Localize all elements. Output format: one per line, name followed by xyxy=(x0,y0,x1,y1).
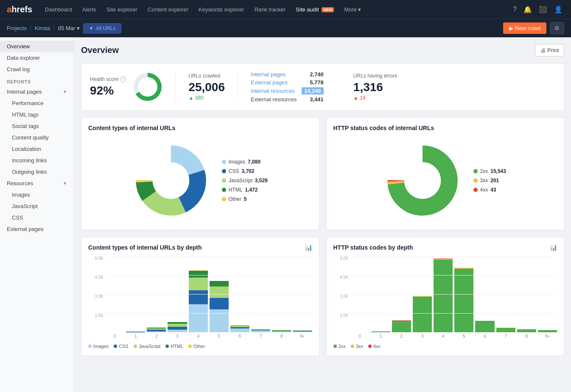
content-types-donut-title: Content types of internal URLs xyxy=(88,125,312,131)
errors-value: 1,316 xyxy=(353,81,397,94)
health-score-block: Health score ? 92% xyxy=(90,72,176,102)
content-types-bar-chart: 6.0K 4.5K 3.0K 1.5K xyxy=(88,256,312,339)
2xx-bar-color xyxy=(333,345,337,348)
logo: ahrefs xyxy=(7,5,32,14)
sidebar-item-incoming-links[interactable]: Incoming links xyxy=(0,155,74,166)
nav-keywords-explorer[interactable]: Keywords explorer xyxy=(194,4,249,15)
content-types-bar-card: Content types of internal URLs by depth … xyxy=(81,237,319,356)
legend-images: Images 7,080 xyxy=(222,159,268,165)
user-icon[interactable]: 👤 xyxy=(552,4,564,15)
breadcrumb: Projects / Kinsta / 05 Mar ▾ xyxy=(7,25,80,31)
x-axis-content: 0123456789+ xyxy=(105,334,312,339)
http-status-donut-card: HTTP status codes of internal URLs xyxy=(326,117,565,230)
bar-group-3 xyxy=(168,322,187,332)
svg-point-8 xyxy=(153,162,189,199)
svg-point-12 xyxy=(404,162,440,199)
external-resources-row: External resources 3,441 xyxy=(251,95,324,103)
internal-pages-value: 2,740 xyxy=(310,71,324,78)
sidebar-item-social-tags[interactable]: Social tags xyxy=(0,120,74,132)
sidebar-item-css[interactable]: CSS xyxy=(0,212,74,223)
css-bar-color xyxy=(114,345,117,348)
nav-site-explorer[interactable]: Site explorer xyxy=(102,4,142,15)
nav-content-explorer[interactable]: Content explorer xyxy=(143,4,193,15)
bar-group-6 xyxy=(230,325,249,332)
http-status-bar-legend: 2xx 3xx 4xx xyxy=(333,344,557,349)
main-content: Overview 🖨 Print Health score ? 92% xyxy=(74,37,571,392)
3xx-color xyxy=(473,178,478,183)
content-types-donut-card: Content types of internal URLs xyxy=(81,117,319,230)
nav-dashboard[interactable]: Dashboard xyxy=(41,4,76,15)
sidebar-item-html-tags[interactable]: HTML tags xyxy=(0,109,74,120)
nav-more[interactable]: More ▾ xyxy=(340,4,365,15)
http-bar-group-3 xyxy=(413,296,432,332)
errors-label: URLs having errors xyxy=(353,73,397,79)
nav-rank-tracker[interactable]: Rank tracker xyxy=(250,4,290,15)
notifications-icon[interactable]: 🔔 xyxy=(522,4,534,15)
health-score-label: Health score ? xyxy=(90,76,126,82)
sidebar-item-crawl-log[interactable]: Crawl log xyxy=(0,64,74,75)
screen-icon[interactable]: ⬛ xyxy=(537,4,549,15)
settings-button[interactable]: ⚙ xyxy=(550,22,564,34)
sidebar-item-javascript[interactable]: JavaScript xyxy=(0,200,74,212)
new-crawl-button[interactable]: ▶ New crawl xyxy=(503,22,546,34)
sidebar-item-localization[interactable]: Localization xyxy=(0,143,74,155)
expand-chart-icon[interactable]: 📊 xyxy=(305,244,312,251)
page-title: Overview xyxy=(81,45,119,55)
urls-crawled-label: URLs crawled xyxy=(188,73,225,79)
date-dropdown[interactable]: 05 Mar ▾ xyxy=(58,25,80,31)
stats-row: Health score ? 92% URLs crawled 25,006 ▲… xyxy=(81,63,564,111)
expand-http-chart-icon[interactable]: 📊 xyxy=(550,244,557,251)
http-status-donut-container: 2xx 15,543 3xx 201 4xx 43 xyxy=(333,138,557,223)
sidebar-item-resources[interactable]: Resources ▼ xyxy=(0,178,74,189)
print-button[interactable]: 🖨 Print xyxy=(535,44,564,56)
css-color xyxy=(222,169,226,173)
sidebar-item-external-pages[interactable]: External pages xyxy=(0,223,74,235)
external-resources-label: External resources xyxy=(251,96,297,103)
y-axis-content: 6.0K 4.5K 3.0K 1.5K xyxy=(88,256,104,332)
js-bar-color xyxy=(134,345,137,348)
legend-item-js-bar: JavaScript xyxy=(134,344,160,349)
errors-block: URLs having errors 1,316 ▲ 14 xyxy=(353,73,397,101)
sidebar-item-internal-pages[interactable]: Internal pages ▼ xyxy=(0,86,74,97)
nav-alerts[interactable]: Alerts xyxy=(78,4,101,15)
sidebar: Overview Data explorer Crawl log REPORTS… xyxy=(0,37,74,392)
http-status-bar-card: HTTP status codes by depth 📊 6.0K 4.5K 3… xyxy=(326,237,565,356)
nav-site-audit[interactable]: Site audit NEW xyxy=(291,4,338,15)
internal-resources-row: Internal resources 14,246 xyxy=(251,86,324,95)
sidebar-section-reports: REPORTS xyxy=(0,75,74,86)
sidebar-item-performance[interactable]: Performance xyxy=(0,97,74,109)
legend-2xx: 2xx 15,543 xyxy=(473,168,506,174)
bars-area-content: 0123456789+ xyxy=(105,256,312,339)
content-types-bar-title: Content types of internal URLs by depth xyxy=(88,244,202,251)
health-score-value: 92% xyxy=(90,84,126,97)
internal-pages-label: Internal pages xyxy=(251,71,286,78)
4xx-bar-color xyxy=(368,345,372,348)
http-status-donut-title: HTTP status codes of internal URLs xyxy=(333,125,557,131)
external-pages-row: External pages 5,778 xyxy=(251,78,324,86)
2xx-color xyxy=(473,169,478,173)
http-status-bar-title: HTTP status codes by depth xyxy=(333,244,413,251)
legend-item-2xx-bar: 2xx xyxy=(333,344,346,349)
help-icon[interactable]: ? xyxy=(511,4,518,15)
legend-item-4xx-bar: 4xx xyxy=(368,344,381,349)
sidebar-item-outgoing-links[interactable]: Outgoing links xyxy=(0,166,74,178)
http-status-legend: 2xx 15,543 3xx 201 4xx 43 xyxy=(473,168,506,193)
sidebar-item-content-quality[interactable]: Content quality xyxy=(0,132,74,143)
legend-item-images-bar: Images xyxy=(88,344,109,349)
filter-label: All URLs xyxy=(96,25,116,31)
sidebar-item-overview[interactable]: Overview xyxy=(0,41,74,52)
bar-group-5 xyxy=(210,281,229,332)
sidebar-item-data-explorer[interactable]: Data explorer xyxy=(0,52,74,64)
page-header: Overview 🖨 Print xyxy=(81,44,564,56)
filter-button[interactable]: ▼ All URLs xyxy=(83,23,121,33)
url-types-block: Internal pages 2,740 External pages 5,77… xyxy=(251,70,336,103)
projects-link[interactable]: Projects xyxy=(7,25,27,31)
external-pages-value: 5,778 xyxy=(310,79,324,86)
site-link[interactable]: Kinsta xyxy=(35,25,50,31)
content-types-donut-container: Images 7,080 CSS 3,702 JavaScript 3,529 xyxy=(88,138,312,223)
http-bar-group-7 xyxy=(496,328,515,332)
html-color xyxy=(222,188,226,192)
nav-right-icons: ? 🔔 ⬛ 👤 xyxy=(511,4,564,15)
sidebar-item-images[interactable]: Images xyxy=(0,189,74,200)
content-types-bar-legend: Images CSS JavaScript HTML xyxy=(88,344,312,349)
